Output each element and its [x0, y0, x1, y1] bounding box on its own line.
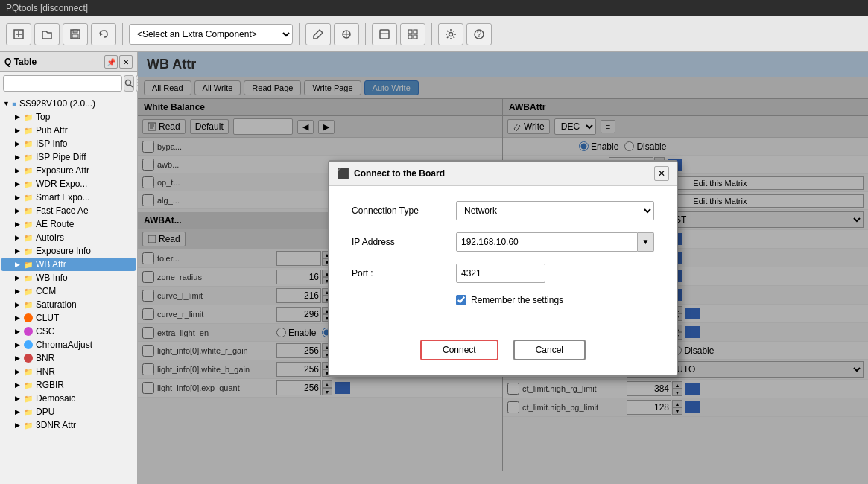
sidebar-item-label-dpu: DPU: [36, 407, 54, 417]
sidebar-header-buttons: 📌 ✕: [104, 55, 133, 69]
dialog-ip-input[interactable]: [456, 232, 638, 252]
toolbar-grid-btn[interactable]: [400, 23, 425, 45]
dialog-title: ⬛ Connect to the Board: [337, 168, 445, 179]
sidebar-item-bnr[interactable]: ▶ BNR: [1, 351, 136, 365]
dialog-remember-label: Remember the settings: [471, 295, 563, 305]
toolbar-open-btn[interactable]: [34, 23, 60, 45]
sidebar-item-csc[interactable]: ▶ CSC: [1, 325, 136, 338]
dialog-ip-input-group: ▼: [456, 232, 654, 252]
title-bar-text: PQtools [disconnect]: [6, 3, 88, 13]
content-area: WB Attr All Read All Write Read Page Wri…: [138, 52, 868, 484]
sidebar-item-label-csc: CSC: [36, 326, 54, 337]
main-layout: Q Table 📌 ✕ ☰ ▼ ■ SS928V100 (2.0...) ▶ 📁: [0, 52, 868, 484]
toolbar-undo-btn[interactable]: [91, 23, 116, 45]
sidebar-item-label-smart-expo: Smart Expo...: [36, 192, 90, 203]
sidebar-item-label-hnr: HNR: [36, 366, 55, 377]
sidebar-item-label-ccm: CCM: [36, 286, 56, 296]
sidebar-item-clut[interactable]: ▶ CLUT: [1, 311, 136, 325]
sidebar-title: Q Table: [4, 57, 37, 67]
folder-icon: ■: [12, 100, 16, 108]
dialog-body: Connection Type Network Serial USB IP Ad…: [329, 186, 677, 332]
sidebar-item-saturation[interactable]: ▶ 📁 Saturation: [1, 298, 136, 311]
sidebar-item-ss928v100[interactable]: ▼ ■ SS928V100 (2.0...): [1, 97, 136, 110]
toolbar-tool2-btn[interactable]: [334, 23, 359, 45]
dialog-ip-control: ▼: [456, 232, 654, 252]
sidebar-item-3dnr-attr[interactable]: ▶ 📁 3DNR Attr: [1, 418, 136, 432]
dialog-port-input[interactable]: [456, 264, 545, 283]
sidebar-item-pub-attr[interactable]: ▶ 📁 Pub Attr: [1, 124, 136, 137]
sidebar-item-wb-info[interactable]: ▶ 📁 WB Info: [1, 271, 136, 284]
sidebar-search-button[interactable]: [124, 75, 134, 92]
dialog-remember-checkbox[interactable]: [456, 295, 466, 305]
toolbar-new-btn[interactable]: [6, 23, 31, 45]
title-bar: PQtools [disconnect]: [0, 0, 868, 16]
dialog-port-control: [456, 264, 654, 283]
sidebar-item-label-fast-face-ae: Fast Face Ae: [36, 206, 89, 216]
svg-rect-13: [414, 30, 417, 34]
sidebar-search-bar: ☰: [0, 72, 137, 95]
svg-marker-6: [100, 32, 103, 36]
dialog-connection-type-label: Connection Type: [352, 206, 456, 216]
toolbar-sep-3: [365, 23, 366, 45]
sidebar-item-wdr-expo[interactable]: ▶ 📁 WDR Expo...: [1, 177, 136, 191]
sidebar-item-hnr[interactable]: ▶ 📁 HNR: [1, 365, 136, 378]
dialog-close-button[interactable]: ✕: [654, 166, 669, 181]
tree-arrow-ss928v100: ▼: [3, 100, 12, 107]
dialog-overlay: ⬛ Connect to the Board ✕ Connection Type…: [138, 52, 868, 484]
csc-color-dot: [24, 327, 33, 336]
dialog-connection-type-row: Connection Type Network Serial USB: [352, 201, 654, 220]
toolbar-settings-btn[interactable]: [438, 23, 463, 45]
sidebar-item-dpu[interactable]: ▶ 📁 DPU: [1, 405, 136, 418]
sidebar-item-rgbir[interactable]: ▶ 📁 RGBIR: [1, 378, 136, 392]
toolbar-help-btn[interactable]: ?: [466, 23, 492, 45]
sidebar-item-fast-face-ae[interactable]: ▶ 📁 Fast Face Ae: [1, 204, 136, 217]
sidebar-item-label-rgbir: RGBIR: [36, 380, 64, 390]
bnr-color-dot: [24, 354, 33, 363]
sidebar-item-label-chroma-adjust: ChromaAdjust: [36, 340, 92, 350]
dialog-ip-label: IP Address: [352, 237, 456, 247]
sidebar-item-isp-pipe-diff[interactable]: ▶ 📁 ISP Pipe Diff: [1, 150, 136, 164]
sidebar-item-label-clut: CLUT: [36, 313, 59, 323]
tree-arrow-top: ▶: [15, 113, 24, 121]
sidebar-item-ccm[interactable]: ▶ 📁 CCM: [1, 284, 136, 298]
toolbar-sep-1: [122, 23, 123, 45]
toolbar-sep-4: [431, 23, 432, 45]
dialog-title-text: Connect to the Board: [354, 168, 445, 179]
sidebar-search-input[interactable]: [3, 75, 122, 92]
svg-line-20: [130, 85, 133, 87]
sidebar-item-wb-attr[interactable]: ▶ 📁 WB Attr: [1, 258, 136, 271]
sidebar-header: Q Table 📌 ✕: [0, 52, 137, 72]
svg-rect-14: [408, 35, 412, 39]
sidebar-item-exposure-attr[interactable]: ▶ 📁 Exposure Attr: [1, 164, 136, 177]
sidebar-item-label-ae-route: AE Route: [36, 219, 74, 229]
toolbar-save-btn[interactable]: [63, 23, 88, 45]
sidebar-item-label-isp-info: ISP Info: [36, 138, 67, 149]
sidebar-item-chroma-adjust[interactable]: ▶ ChromaAdjust: [1, 338, 136, 351]
sidebar-item-autoirs[interactable]: ▶ 📁 AutoIrs: [1, 231, 136, 244]
sidebar-item-top[interactable]: ▶ 📁 Top: [1, 110, 136, 124]
sidebar-item-smart-expo[interactable]: ▶ 📁 Smart Expo...: [1, 191, 136, 204]
svg-rect-4: [73, 30, 77, 33]
dialog-connection-type-select[interactable]: Network Serial USB: [456, 201, 654, 220]
toolbar-save2-btn[interactable]: [372, 23, 397, 45]
dialog-ip-dropdown-btn[interactable]: ▼: [638, 232, 654, 252]
chroma-color-dot: [24, 340, 33, 349]
sidebar-item-demosaic[interactable]: ▶ 📁 Demosaic: [1, 392, 136, 405]
sidebar-item-label-exposure-info: Exposure Info: [36, 246, 91, 256]
dialog-cancel-button[interactable]: Cancel: [513, 340, 586, 360]
sidebar-pin-btn[interactable]: 📌: [104, 55, 118, 69]
dialog-footer: Connect Cancel: [329, 332, 677, 375]
dialog-port-label: Port :: [352, 268, 456, 278]
toolbar-sep-2: [299, 23, 300, 45]
dialog-connect-button[interactable]: Connect: [420, 340, 498, 360]
dialog-title-bar: ⬛ Connect to the Board ✕: [329, 162, 677, 186]
sidebar-close-btn[interactable]: ✕: [119, 55, 133, 69]
sidebar-item-ae-route[interactable]: ▶ 📁 AE Route: [1, 217, 136, 231]
sidebar-item-exposure-info[interactable]: ▶ 📁 Exposure Info: [1, 244, 136, 258]
toolbar-tool1-btn[interactable]: [305, 23, 331, 45]
sidebar-item-label-exposure-attr: Exposure Attr: [36, 165, 89, 176]
sidebar: Q Table 📌 ✕ ☰ ▼ ■ SS928V100 (2.0...) ▶ 📁: [0, 52, 138, 484]
extra-component-select[interactable]: <Select an Extra Component>: [129, 24, 293, 45]
sidebar-item-isp-info[interactable]: ▶ 📁 ISP Info: [1, 137, 136, 150]
main-toolbar: <Select an Extra Component> ?: [0, 16, 868, 52]
